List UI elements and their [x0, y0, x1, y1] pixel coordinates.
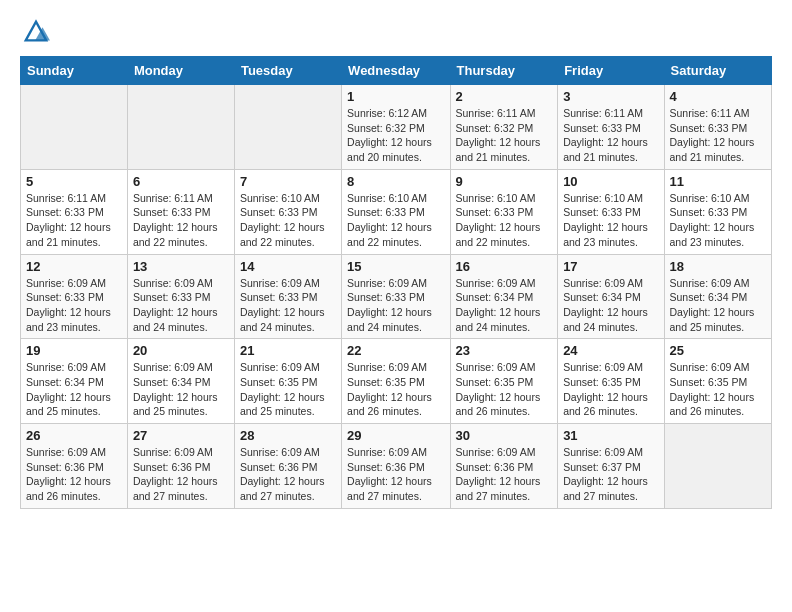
day-info: Sunrise: 6:09 AMSunset: 6:35 PMDaylight:… [240, 360, 336, 419]
day-info: Sunrise: 6:09 AMSunset: 6:33 PMDaylight:… [133, 276, 229, 335]
day-number: 21 [240, 343, 336, 358]
calendar-wrapper: SundayMondayTuesdayWednesdayThursdayFrid… [0, 56, 792, 519]
day-number: 16 [456, 259, 553, 274]
weekday-header-tuesday: Tuesday [234, 57, 341, 85]
day-number: 19 [26, 343, 122, 358]
day-number: 25 [670, 343, 766, 358]
day-info: Sunrise: 6:10 AMSunset: 6:33 PMDaylight:… [240, 191, 336, 250]
day-number: 6 [133, 174, 229, 189]
calendar-cell: 27Sunrise: 6:09 AMSunset: 6:36 PMDayligh… [127, 424, 234, 509]
calendar-cell: 1Sunrise: 6:12 AMSunset: 6:32 PMDaylight… [342, 85, 450, 170]
day-number: 28 [240, 428, 336, 443]
day-info: Sunrise: 6:09 AMSunset: 6:34 PMDaylight:… [456, 276, 553, 335]
day-info: Sunrise: 6:09 AMSunset: 6:35 PMDaylight:… [563, 360, 658, 419]
calendar-cell: 17Sunrise: 6:09 AMSunset: 6:34 PMDayligh… [558, 254, 664, 339]
day-number: 15 [347, 259, 444, 274]
weekday-header-thursday: Thursday [450, 57, 558, 85]
weekday-header-wednesday: Wednesday [342, 57, 450, 85]
day-number: 18 [670, 259, 766, 274]
day-number: 31 [563, 428, 658, 443]
day-info: Sunrise: 6:09 AMSunset: 6:36 PMDaylight:… [456, 445, 553, 504]
day-number: 7 [240, 174, 336, 189]
day-number: 24 [563, 343, 658, 358]
calendar-cell: 25Sunrise: 6:09 AMSunset: 6:35 PMDayligh… [664, 339, 771, 424]
svg-marker-1 [35, 27, 50, 40]
day-info: Sunrise: 6:10 AMSunset: 6:33 PMDaylight:… [456, 191, 553, 250]
day-number: 29 [347, 428, 444, 443]
calendar-header: SundayMondayTuesdayWednesdayThursdayFrid… [21, 57, 772, 85]
calendar-cell: 31Sunrise: 6:09 AMSunset: 6:37 PMDayligh… [558, 424, 664, 509]
calendar-cell: 9Sunrise: 6:10 AMSunset: 6:33 PMDaylight… [450, 169, 558, 254]
calendar-cell: 29Sunrise: 6:09 AMSunset: 6:36 PMDayligh… [342, 424, 450, 509]
logo [20, 18, 50, 46]
day-info: Sunrise: 6:09 AMSunset: 6:34 PMDaylight:… [670, 276, 766, 335]
calendar-cell: 8Sunrise: 6:10 AMSunset: 6:33 PMDaylight… [342, 169, 450, 254]
calendar-cell: 5Sunrise: 6:11 AMSunset: 6:33 PMDaylight… [21, 169, 128, 254]
day-number: 26 [26, 428, 122, 443]
calendar-cell: 19Sunrise: 6:09 AMSunset: 6:34 PMDayligh… [21, 339, 128, 424]
calendar-cell [21, 85, 128, 170]
calendar-cell [664, 424, 771, 509]
calendar-cell: 30Sunrise: 6:09 AMSunset: 6:36 PMDayligh… [450, 424, 558, 509]
day-info: Sunrise: 6:09 AMSunset: 6:34 PMDaylight:… [563, 276, 658, 335]
day-info: Sunrise: 6:11 AMSunset: 6:33 PMDaylight:… [670, 106, 766, 165]
calendar-cell: 12Sunrise: 6:09 AMSunset: 6:33 PMDayligh… [21, 254, 128, 339]
calendar-cell: 6Sunrise: 6:11 AMSunset: 6:33 PMDaylight… [127, 169, 234, 254]
day-info: Sunrise: 6:09 AMSunset: 6:36 PMDaylight:… [347, 445, 444, 504]
weekday-header-friday: Friday [558, 57, 664, 85]
calendar-cell [127, 85, 234, 170]
day-info: Sunrise: 6:09 AMSunset: 6:36 PMDaylight:… [26, 445, 122, 504]
day-number: 2 [456, 89, 553, 104]
calendar-cell [234, 85, 341, 170]
day-number: 20 [133, 343, 229, 358]
day-number: 11 [670, 174, 766, 189]
day-info: Sunrise: 6:09 AMSunset: 6:33 PMDaylight:… [26, 276, 122, 335]
calendar-cell: 10Sunrise: 6:10 AMSunset: 6:33 PMDayligh… [558, 169, 664, 254]
day-number: 30 [456, 428, 553, 443]
calendar-cell: 7Sunrise: 6:10 AMSunset: 6:33 PMDaylight… [234, 169, 341, 254]
calendar-week-2: 5Sunrise: 6:11 AMSunset: 6:33 PMDaylight… [21, 169, 772, 254]
day-info: Sunrise: 6:09 AMSunset: 6:36 PMDaylight:… [240, 445, 336, 504]
day-info: Sunrise: 6:10 AMSunset: 6:33 PMDaylight:… [563, 191, 658, 250]
day-info: Sunrise: 6:09 AMSunset: 6:34 PMDaylight:… [133, 360, 229, 419]
day-number: 9 [456, 174, 553, 189]
day-number: 1 [347, 89, 444, 104]
calendar-cell: 26Sunrise: 6:09 AMSunset: 6:36 PMDayligh… [21, 424, 128, 509]
calendar-cell: 3Sunrise: 6:11 AMSunset: 6:33 PMDaylight… [558, 85, 664, 170]
day-number: 23 [456, 343, 553, 358]
day-info: Sunrise: 6:09 AMSunset: 6:35 PMDaylight:… [670, 360, 766, 419]
day-number: 5 [26, 174, 122, 189]
calendar-cell: 14Sunrise: 6:09 AMSunset: 6:33 PMDayligh… [234, 254, 341, 339]
day-number: 12 [26, 259, 122, 274]
calendar-cell: 22Sunrise: 6:09 AMSunset: 6:35 PMDayligh… [342, 339, 450, 424]
logo-icon [22, 18, 50, 46]
calendar-week-4: 19Sunrise: 6:09 AMSunset: 6:34 PMDayligh… [21, 339, 772, 424]
calendar-cell: 15Sunrise: 6:09 AMSunset: 6:33 PMDayligh… [342, 254, 450, 339]
weekday-header-monday: Monday [127, 57, 234, 85]
day-info: Sunrise: 6:10 AMSunset: 6:33 PMDaylight:… [347, 191, 444, 250]
weekday-header-saturday: Saturday [664, 57, 771, 85]
calendar-cell: 2Sunrise: 6:11 AMSunset: 6:32 PMDaylight… [450, 85, 558, 170]
calendar-cell: 24Sunrise: 6:09 AMSunset: 6:35 PMDayligh… [558, 339, 664, 424]
day-info: Sunrise: 6:11 AMSunset: 6:33 PMDaylight:… [26, 191, 122, 250]
day-info: Sunrise: 6:09 AMSunset: 6:35 PMDaylight:… [456, 360, 553, 419]
day-info: Sunrise: 6:11 AMSunset: 6:33 PMDaylight:… [133, 191, 229, 250]
day-info: Sunrise: 6:12 AMSunset: 6:32 PMDaylight:… [347, 106, 444, 165]
day-info: Sunrise: 6:11 AMSunset: 6:33 PMDaylight:… [563, 106, 658, 165]
calendar-week-5: 26Sunrise: 6:09 AMSunset: 6:36 PMDayligh… [21, 424, 772, 509]
day-number: 4 [670, 89, 766, 104]
calendar-cell: 16Sunrise: 6:09 AMSunset: 6:34 PMDayligh… [450, 254, 558, 339]
calendar-cell: 21Sunrise: 6:09 AMSunset: 6:35 PMDayligh… [234, 339, 341, 424]
calendar-cell: 20Sunrise: 6:09 AMSunset: 6:34 PMDayligh… [127, 339, 234, 424]
day-info: Sunrise: 6:09 AMSunset: 6:36 PMDaylight:… [133, 445, 229, 504]
calendar-week-1: 1Sunrise: 6:12 AMSunset: 6:32 PMDaylight… [21, 85, 772, 170]
day-info: Sunrise: 6:09 AMSunset: 6:33 PMDaylight:… [347, 276, 444, 335]
day-info: Sunrise: 6:09 AMSunset: 6:37 PMDaylight:… [563, 445, 658, 504]
calendar-cell: 28Sunrise: 6:09 AMSunset: 6:36 PMDayligh… [234, 424, 341, 509]
day-info: Sunrise: 6:09 AMSunset: 6:34 PMDaylight:… [26, 360, 122, 419]
day-number: 10 [563, 174, 658, 189]
day-number: 17 [563, 259, 658, 274]
day-number: 13 [133, 259, 229, 274]
calendar-cell: 11Sunrise: 6:10 AMSunset: 6:33 PMDayligh… [664, 169, 771, 254]
calendar-table: SundayMondayTuesdayWednesdayThursdayFrid… [20, 56, 772, 509]
